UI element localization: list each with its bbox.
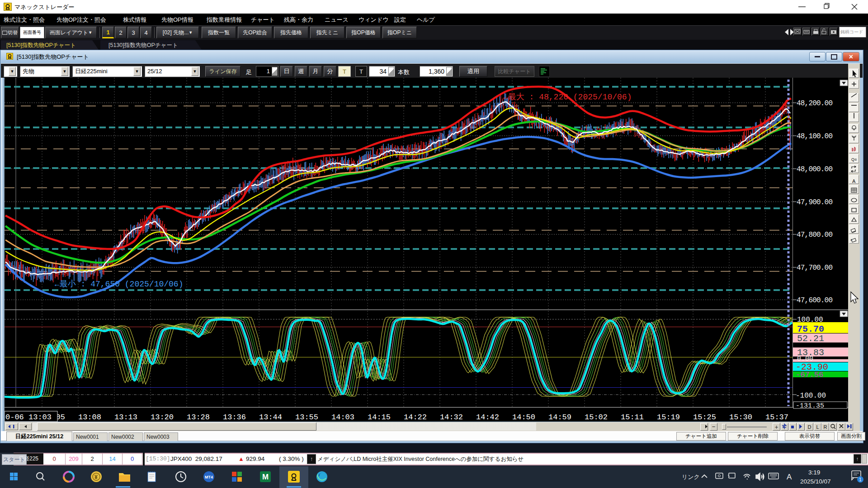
svg-text:14:15: 14:15	[368, 413, 391, 422]
svg-text:15:19: 15:19	[657, 413, 680, 422]
svg-text:15:25: 15:25	[693, 413, 716, 422]
svg-text:M: M	[262, 473, 269, 481]
svg-text:-131.35: -131.35	[796, 402, 824, 410]
svg-text:47,700.00: 47,700.00	[797, 264, 833, 272]
svg-text:13:55: 13:55	[295, 413, 318, 422]
svg-text:1: 1	[859, 477, 862, 482]
svg-text:47,900.00: 47,900.00	[797, 198, 833, 206]
svg-text:48,000.00: 48,000.00	[797, 165, 833, 174]
svg-text:48,100.00: 48,100.00	[797, 132, 833, 141]
svg-text:14:42: 14:42	[476, 413, 499, 422]
svg-text:15:37: 15:37	[765, 413, 788, 422]
svg-text:0-06 13:03: 0-06 13:03	[5, 413, 52, 422]
svg-text:2025/10/07: 2025/10/07	[800, 478, 831, 485]
svg-text:14:22: 14:22	[404, 413, 427, 422]
svg-text:52.21: 52.21	[797, 333, 824, 344]
svg-text:47,800.00: 47,800.00	[797, 231, 833, 239]
svg-text:A: A	[852, 178, 856, 184]
svg-text:13:08: 13:08	[78, 413, 101, 422]
svg-text:13:28: 13:28	[187, 413, 210, 422]
svg-text:A: A	[787, 473, 792, 481]
svg-text:14:59: 14:59	[548, 413, 571, 422]
svg-text:14:03: 14:03	[331, 413, 354, 422]
svg-text:100.00: 100.00	[797, 316, 823, 324]
svg-text:¥: ¥	[94, 474, 98, 480]
svg-text:←最大 : 48,220 (2025/10/06): ←最大 : 48,220 (2025/10/06)	[503, 93, 632, 102]
svg-text:13:20: 13:20	[151, 413, 174, 422]
svg-text:13:13: 13:13	[114, 413, 137, 422]
svg-text:Q≡: Q≡	[851, 157, 857, 162]
svg-text:←最小 : 47,650 (2025/10/06): ←最小 : 47,650 (2025/10/06)	[55, 279, 183, 289]
svg-text:47,600.00: 47,600.00	[797, 296, 833, 305]
svg-text:-67.56: -67.56	[796, 371, 823, 379]
svg-text:14:50: 14:50	[512, 413, 535, 422]
svg-text:15:02: 15:02	[585, 413, 608, 422]
svg-text:15:11: 15:11	[621, 413, 644, 422]
svg-text:-100.00: -100.00	[796, 392, 826, 400]
svg-text:MT4: MT4	[205, 475, 213, 479]
svg-text:48,200.00: 48,200.00	[797, 99, 833, 108]
svg-text:14:32: 14:32	[440, 413, 463, 422]
svg-text:13:44: 13:44	[259, 413, 282, 422]
svg-text:15:30: 15:30	[729, 413, 752, 422]
svg-text:3:19: 3:19	[808, 469, 820, 476]
svg-text:A: A	[850, 239, 852, 241]
svg-text:リンク: リンク	[682, 474, 700, 480]
svg-text:13:36: 13:36	[223, 413, 246, 422]
svg-text:75.70: 75.70	[797, 324, 824, 334]
